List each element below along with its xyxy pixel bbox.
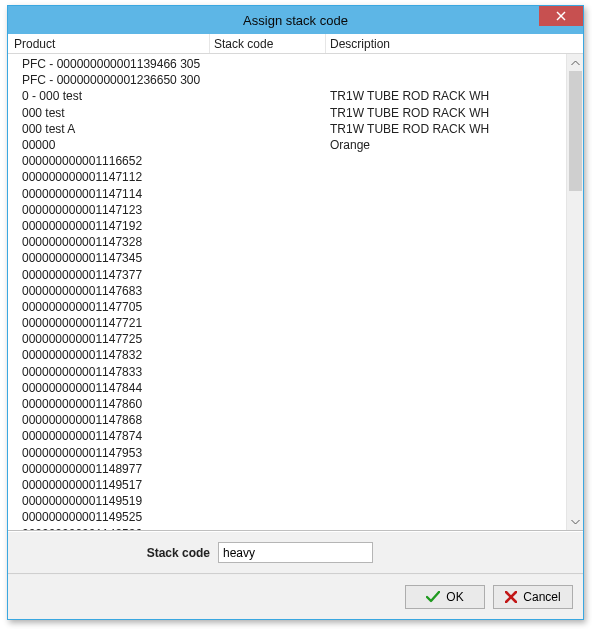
- cell-product: 000000000001147874: [10, 429, 210, 443]
- cell-product: 000000000001147683: [10, 284, 210, 298]
- cell-product: 00000: [10, 138, 210, 152]
- chevron-down-icon: [571, 519, 580, 525]
- cell-product: 000000000001147377: [10, 268, 210, 282]
- table-row[interactable]: 000000000001149525: [10, 509, 566, 525]
- form-area: Stack code: [8, 531, 583, 573]
- cell-description: TR1W TUBE ROD RACK WH: [326, 106, 566, 120]
- x-icon: [505, 591, 517, 603]
- stack-code-input[interactable]: [218, 542, 373, 563]
- cell-product: 000000000001147192: [10, 219, 210, 233]
- cell-product: 000000000001147833: [10, 365, 210, 379]
- cell-product: 000000000001147123: [10, 203, 210, 217]
- column-header-row: Product Stack code Description: [8, 34, 583, 54]
- scroll-up-button[interactable]: [567, 54, 583, 71]
- button-bar: OK Cancel: [8, 575, 583, 619]
- cell-product: 000000000001149519: [10, 494, 210, 508]
- cell-product: 000000000001147725: [10, 332, 210, 346]
- cell-product: 000000000001147114: [10, 187, 210, 201]
- table-row[interactable]: 000000000001147683: [10, 283, 566, 299]
- close-button[interactable]: [539, 6, 583, 26]
- cell-description: TR1W TUBE ROD RACK WH: [326, 122, 566, 136]
- table-row[interactable]: 000000000001149519: [10, 493, 566, 509]
- cell-product: 000000000001149525: [10, 510, 210, 524]
- table-row[interactable]: 000000000001147874: [10, 428, 566, 444]
- cell-product: 000000000001148977: [10, 462, 210, 476]
- table-row[interactable]: 000000000001147953: [10, 445, 566, 461]
- cell-description: TR1W TUBE ROD RACK WH: [326, 89, 566, 103]
- scroll-down-button[interactable]: [567, 513, 583, 530]
- table-row[interactable]: 00000Orange: [10, 137, 566, 153]
- check-icon: [426, 591, 440, 603]
- cell-product: 000000000001147953: [10, 446, 210, 460]
- cell-product: 000000000001147868: [10, 413, 210, 427]
- chevron-up-icon: [571, 60, 580, 66]
- cell-description: Orange: [326, 138, 566, 152]
- cell-product: 000000000001116652: [10, 154, 210, 168]
- cell-product: 000000000001147328: [10, 235, 210, 249]
- cell-product: 000000000001147721: [10, 316, 210, 330]
- cell-product: 000000000001147112: [10, 170, 210, 184]
- cell-product: 0 - 000 test: [10, 89, 210, 103]
- ok-button-label: OK: [446, 590, 463, 604]
- table-row[interactable]: 000000000001147328: [10, 234, 566, 250]
- table-row[interactable]: 0 - 000 testTR1W TUBE ROD RACK WH: [10, 88, 566, 104]
- table-row[interactable]: 000000000001147721: [10, 315, 566, 331]
- cell-product: 000000000001149517: [10, 478, 210, 492]
- table-row[interactable]: 000000000001147114: [10, 186, 566, 202]
- dialog-window: Assign stack code Product Stack code Des…: [7, 5, 584, 620]
- table-row[interactable]: 000000000001116652: [10, 153, 566, 169]
- table-row[interactable]: 000000000001149536: [10, 525, 566, 530]
- table-row[interactable]: 000000000001147844: [10, 380, 566, 396]
- column-header-description[interactable]: Description: [326, 34, 583, 53]
- cancel-button-label: Cancel: [523, 590, 560, 604]
- titlebar[interactable]: Assign stack code: [8, 6, 583, 34]
- grid-area: PFC - 000000000001139466 305 PFC - 00000…: [8, 54, 583, 531]
- table-row[interactable]: 000000000001147860: [10, 396, 566, 412]
- cell-product: 000000000001149536: [10, 527, 210, 530]
- table-row[interactable]: 000000000001148977: [10, 461, 566, 477]
- scroll-thumb[interactable]: [569, 71, 582, 191]
- ok-button[interactable]: OK: [405, 585, 485, 609]
- cell-product: 000 test A: [10, 122, 210, 136]
- table-row[interactable]: 000 test ATR1W TUBE ROD RACK WH: [10, 121, 566, 137]
- column-header-stack[interactable]: Stack code: [210, 34, 326, 53]
- stack-code-label: Stack code: [18, 546, 218, 560]
- close-icon: [556, 11, 566, 21]
- cell-product: 000000000001147860: [10, 397, 210, 411]
- cell-product: 000000000001147345: [10, 251, 210, 265]
- cell-product: PFC - 000000000001139466 305: [10, 57, 210, 71]
- cell-product: 000 test: [10, 106, 210, 120]
- table-row[interactable]: 000000000001147725: [10, 331, 566, 347]
- table-row[interactable]: 000000000001147868: [10, 412, 566, 428]
- table-row[interactable]: PFC - 000000000001236650 300: [10, 72, 566, 88]
- table-row[interactable]: PFC - 000000000001139466 305: [10, 56, 566, 72]
- table-row[interactable]: 000000000001147833: [10, 364, 566, 380]
- cell-product: 000000000001147832: [10, 348, 210, 362]
- table-row[interactable]: 000000000001147832: [10, 347, 566, 363]
- vertical-scrollbar[interactable]: [566, 54, 583, 530]
- table-row[interactable]: 000000000001147705: [10, 299, 566, 315]
- cell-product: 000000000001147844: [10, 381, 210, 395]
- table-row[interactable]: 000000000001149517: [10, 477, 566, 493]
- cancel-button[interactable]: Cancel: [493, 585, 573, 609]
- table-row[interactable]: 000000000001147192: [10, 218, 566, 234]
- product-grid[interactable]: PFC - 000000000001139466 305 PFC - 00000…: [8, 54, 566, 530]
- table-row[interactable]: 000 testTR1W TUBE ROD RACK WH: [10, 105, 566, 121]
- window-title: Assign stack code: [8, 13, 583, 28]
- table-row[interactable]: 000000000001147123: [10, 202, 566, 218]
- cell-product: 000000000001147705: [10, 300, 210, 314]
- column-header-product[interactable]: Product: [10, 34, 210, 53]
- table-row[interactable]: 000000000001147112: [10, 169, 566, 185]
- table-row[interactable]: 000000000001147345: [10, 250, 566, 266]
- table-row[interactable]: 000000000001147377: [10, 266, 566, 282]
- cell-product: PFC - 000000000001236650 300: [10, 73, 210, 87]
